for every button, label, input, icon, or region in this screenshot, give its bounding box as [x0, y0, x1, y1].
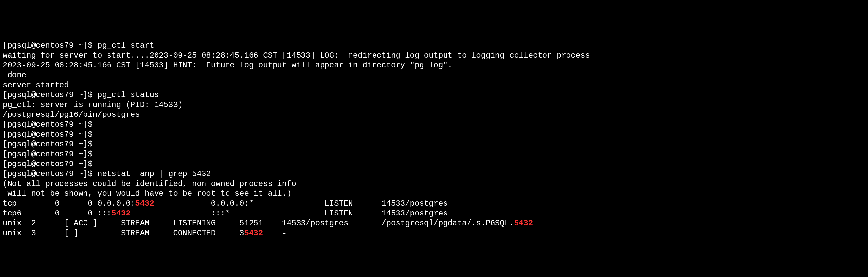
plain-text: unix 2 [ ACC ] STREAM LISTENING 51251 14… — [3, 219, 514, 228]
terminal-line: [pgsql@centos79 ~]$ netstat -anp | grep … — [3, 169, 865, 179]
plain-text: tcp 0 0 0.0.0.0: — [3, 199, 135, 208]
terminal-line: waiting for server to start....2023-09-2… — [3, 51, 865, 61]
plain-text: [pgsql@centos79 ~]$ pg_ctl status — [3, 90, 159, 99]
plain-text: [pgsql@centos79 ~]$ — [3, 140, 97, 149]
terminal-line: [pgsql@centos79 ~]$ pg_ctl status — [3, 90, 865, 100]
plain-text: [pgsql@centos79 ~]$ — [3, 150, 97, 159]
plain-text: 0.0.0.0:* LISTEN 14533/postgres — [154, 199, 448, 208]
terminal-line: [pgsql@centos79 ~]$ — [3, 140, 865, 149]
terminal-line: [pgsql@centos79 ~]$ — [3, 149, 865, 159]
terminal-line: will not be shown, you would have to be … — [3, 189, 865, 199]
plain-text: [pgsql@centos79 ~]$ — [3, 120, 97, 129]
plain-text: (Not all processes could be identified, … — [3, 179, 296, 188]
plain-text: [pgsql@centos79 ~]$ pg_ctl start — [3, 41, 154, 50]
highlight-text: 5432 — [112, 209, 130, 218]
plain-text: :::* LISTEN 14533/postgres — [130, 209, 448, 218]
terminal-line: tcp6 0 0 :::5432 :::* LISTEN 14533/postg… — [3, 209, 865, 218]
plain-text: 2023-09-25 08:28:45.166 CST [14533] HINT… — [3, 61, 453, 70]
terminal-line: [pgsql@centos79 ~]$ — [3, 120, 865, 130]
terminal-line: unix 3 [ ] STREAM CONNECTED 35432 - — [3, 228, 865, 238]
terminal-output[interactable]: [pgsql@centos79 ~]$ pg_ctl startwaiting … — [3, 41, 865, 238]
terminal-line: tcp 0 0 0.0.0.0:5432 0.0.0.0:* LISTEN 14… — [3, 199, 865, 209]
highlight-text: 5432 — [244, 228, 264, 238]
plain-text: [pgsql@centos79 ~]$ netstat -anp | grep … — [3, 170, 211, 178]
terminal-line: (Not all processes could be identified, … — [3, 179, 865, 189]
highlight-text: 5432 — [514, 219, 533, 228]
plain-text: tcp6 0 0 ::: — [3, 209, 112, 218]
terminal-line: [pgsql@centos79 ~]$ — [3, 130, 865, 140]
plain-text: done — [3, 71, 26, 80]
plain-text: [pgsql@centos79 ~]$ — [3, 159, 97, 168]
plain-text: server started — [3, 81, 69, 90]
terminal-line: [pgsql@centos79 ~]$ pg_ctl start — [3, 41, 865, 51]
terminal-line: server started — [3, 80, 865, 90]
terminal-line: unix 2 [ ACC ] STREAM LISTENING 51251 14… — [3, 218, 865, 228]
plain-text: will not be shown, you would have to be … — [3, 189, 291, 198]
terminal-line: done — [3, 70, 865, 80]
terminal-line: /postgresql/pg16/bin/postgres — [3, 110, 865, 120]
terminal-line: 2023-09-25 08:28:45.166 CST [14533] HINT… — [3, 61, 865, 70]
terminal-line: pg_ctl: server is running (PID: 14533) — [3, 100, 865, 110]
plain-text: [pgsql@centos79 ~]$ — [3, 130, 97, 139]
plain-text: waiting for server to start....2023-09-2… — [3, 51, 590, 60]
plain-text: pg_ctl: server is running (PID: 14533) — [3, 100, 183, 109]
highlight-text: 5432 — [135, 199, 154, 208]
plain-text: /postgresql/pg16/bin/postgres — [3, 110, 140, 119]
plain-text: unix 3 [ ] STREAM CONNECTED 3 — [3, 228, 244, 238]
terminal-line: [pgsql@centos79 ~]$ — [3, 159, 865, 169]
plain-text: - — [263, 228, 287, 238]
